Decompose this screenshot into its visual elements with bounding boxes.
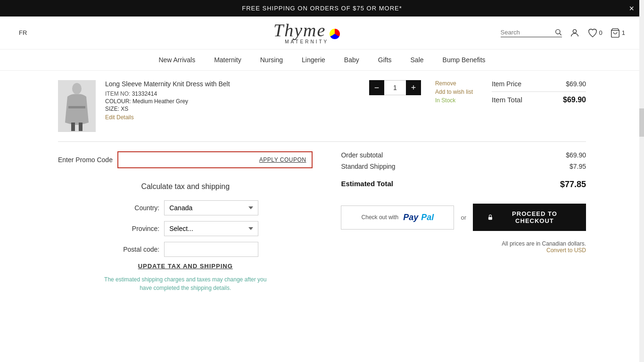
tax-shipping-section: Calculate tax and shipping Country: Cana…	[58, 182, 313, 292]
nav-new-arrivals[interactable]: New Arrivals	[158, 56, 195, 64]
checkout-label: PROCEED TO CHECKOUT	[497, 210, 572, 224]
paypal-logo-pal: Pal	[421, 213, 434, 222]
svg-rect-6	[68, 106, 85, 108]
svg-line-1	[560, 33, 561, 35]
province-select[interactable]: Select... Ontario Quebec British Columbi…	[164, 221, 258, 236]
language-button[interactable]: FR	[19, 29, 27, 36]
nav-baby[interactable]: Baby	[344, 56, 359, 64]
svg-rect-7	[71, 123, 75, 131]
postal-code-input[interactable]	[164, 242, 258, 257]
heart-icon	[587, 28, 598, 38]
province-label: Province:	[112, 225, 159, 232]
price-label: Item Price	[492, 80, 521, 88]
cart-icon	[610, 28, 620, 38]
item-no-label: ITEM NO:	[105, 90, 130, 97]
postal-row: Postal code:	[58, 242, 313, 257]
nav-maternity[interactable]: Maternity	[214, 56, 241, 64]
svg-point-5	[72, 83, 82, 94]
nav-nursing[interactable]: Nursing	[260, 56, 283, 64]
header-left: FR	[19, 29, 113, 36]
stock-status: In Stock	[435, 97, 473, 104]
svg-point-0	[555, 30, 560, 34]
estimated-value: $77.85	[560, 180, 586, 189]
logo-text: Thyme	[273, 21, 326, 39]
or-label: or	[461, 214, 466, 221]
convert-usd-link[interactable]: Convert to USD	[341, 247, 586, 254]
shipping-row: Standard Shipping $7.95	[341, 163, 586, 170]
subtotal-value: $69.90	[566, 151, 586, 159]
cart-button[interactable]: 1	[610, 28, 625, 38]
footer-notes: All prices are in Canadian dollars. Conv…	[341, 240, 586, 254]
country-select[interactable]: Canada United States	[164, 200, 258, 215]
cart-item-image	[58, 80, 96, 132]
update-tax-button[interactable]: UPDATE TAX AND SHIPPING	[138, 263, 233, 270]
increase-qty-button[interactable]: +	[406, 80, 421, 95]
subtotal-label: Order subtotal	[341, 151, 383, 159]
total-value: $69.90	[563, 96, 586, 104]
wishlist-button[interactable]: 0	[587, 28, 603, 38]
lock-icon	[487, 214, 494, 221]
cart-item-row: Long Sleeve Maternity Knit Dress with Be…	[58, 71, 586, 142]
price-row: Item Price $69.90	[492, 80, 586, 88]
header-right: 0 1	[501, 28, 625, 38]
order-summary: Order subtotal $69.90 Standard Shipping …	[341, 151, 586, 189]
wishlist-count: 0	[599, 29, 603, 36]
nav-bump-benefits[interactable]: Bump Benefits	[443, 56, 486, 64]
item-actions: Remove Add to wish list In Stock	[435, 80, 473, 104]
country-row: Country: Canada United States	[58, 200, 313, 215]
wishlist-link[interactable]: Add to wish list	[435, 89, 473, 95]
country-label: Country:	[112, 204, 159, 212]
subtotal-row: Order subtotal $69.90	[341, 151, 586, 159]
colour-value: Medium Heather Grey	[132, 98, 188, 105]
search-input[interactable]	[501, 29, 553, 36]
currency-note: All prices are in Canadian dollars.	[502, 240, 586, 247]
remove-link[interactable]: Remove	[435, 80, 473, 87]
item-pricing: Item Price $69.90 Item Total $69.90	[492, 80, 586, 104]
account-button[interactable]	[570, 28, 580, 38]
scrollbar-thumb[interactable]	[639, 108, 644, 137]
edit-details-link[interactable]: Edit Details	[105, 114, 134, 121]
banner-text: FREE SHIPPING ON ORDERS OF $75 OR MORE*	[242, 5, 402, 12]
nav-lingerie[interactable]: Lingerie	[302, 56, 325, 64]
item-colour: COLOUR: Medium Heather Grey	[105, 98, 355, 105]
user-icon	[570, 28, 580, 38]
nav-gifts[interactable]: Gifts	[378, 56, 392, 64]
quantity-controls: − 1 +	[369, 80, 421, 95]
right-section: Order subtotal $69.90 Standard Shipping …	[341, 151, 586, 254]
promo-label: Enter Promo Code	[58, 156, 113, 164]
search-icon[interactable]	[554, 28, 562, 36]
item-no-value: 31332414	[132, 90, 157, 97]
calc-title: Calculate tax and shipping	[58, 182, 313, 191]
proceed-checkout-button[interactable]: PROCEED TO CHECKOUT	[473, 204, 586, 231]
promo-code-input[interactable]	[118, 152, 254, 167]
estimated-label: Estimated Total	[341, 180, 393, 189]
item-name: Long Sleeve Maternity Knit Dress with Be…	[105, 80, 355, 88]
paypal-logo: Pay	[403, 213, 418, 222]
svg-point-2	[573, 29, 576, 33]
promo-row: Enter Promo Code APPLY COUPON	[58, 151, 313, 168]
cart-count: 1	[622, 29, 625, 36]
logo-subtitle: MATERNITY	[285, 39, 329, 44]
price-value: $69.90	[566, 80, 586, 88]
top-banner: FREE SHIPPING ON ORDERS OF $75 OR MORE* …	[0, 0, 644, 16]
estimated-total-row: Estimated Total $77.85	[341, 175, 586, 189]
main-content: Long Sleeve Maternity Knit Dress with Be…	[39, 71, 605, 311]
total-label: Item Total	[492, 96, 522, 104]
logo[interactable]: Thyme MATERNITY	[113, 21, 501, 44]
scrollbar-track[interactable]	[639, 0, 644, 311]
province-row: Province: Select... Ontario Quebec Briti…	[58, 221, 313, 236]
shipping-value: $7.95	[570, 163, 586, 170]
cart-item-details: Long Sleeve Maternity Knit Dress with Be…	[105, 80, 355, 121]
total-row: Item Total $69.90	[492, 91, 586, 104]
decrease-qty-button[interactable]: −	[369, 80, 384, 95]
colour-label: COLOUR:	[105, 98, 131, 105]
header: FR Thyme MATERNITY 0	[0, 16, 644, 49]
close-banner-button[interactable]: ×	[629, 3, 635, 13]
paypal-checkout-button[interactable]: Check out with PayPal	[341, 206, 454, 230]
paypal-text: Check out with	[362, 214, 399, 221]
apply-coupon-button[interactable]: APPLY COUPON	[254, 153, 312, 167]
nav-sale[interactable]: Sale	[411, 56, 424, 64]
size-label: SIZE:	[105, 106, 119, 112]
search-box[interactable]	[501, 28, 562, 37]
logo-circle-icon	[330, 29, 340, 39]
